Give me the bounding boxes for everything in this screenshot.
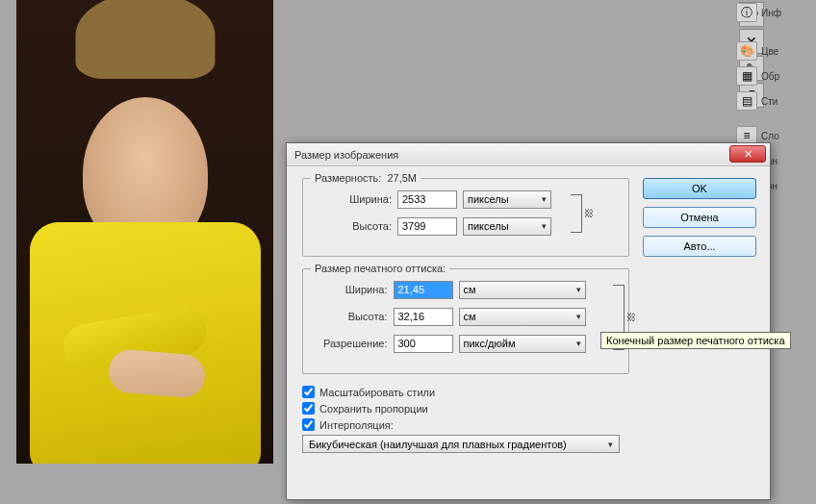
dialog-buttons: OK Отмена Авто... (643, 178, 756, 265)
info-panel-icon: ⓘ (736, 3, 757, 22)
image-size-dialog: Размер изображения ✕ Размерность: 27,5M … (286, 142, 771, 500)
resample-label: Интерполяция: (319, 419, 394, 431)
document-size-fieldset: Размер печатного оттиска: Ширина: см Выс… (302, 268, 629, 374)
pixel-height-unit[interactable]: пикселы (463, 217, 551, 236)
panel-label: Сло (761, 131, 779, 141)
panel-color[interactable]: 🎨 Цве (734, 38, 816, 63)
scale-styles-checkbox[interactable] (302, 386, 315, 398)
cancel-button[interactable]: Отмена (643, 207, 756, 228)
pixel-width-unit[interactable]: пикселы (463, 190, 551, 209)
resample-method-select[interactable]: Бикубическая (наилучшая для плавных град… (302, 435, 620, 453)
doc-width-unit[interactable]: см (459, 281, 587, 299)
resolution-label: Разрешение: (317, 338, 388, 349)
doc-width-row: Ширина: см (317, 279, 586, 300)
close-button[interactable]: ✕ (729, 145, 766, 163)
resample-row: Интерполяция: (302, 418, 754, 431)
panel-styles[interactable]: ▤ Сти (734, 88, 816, 113)
link-bracket (571, 194, 582, 233)
panel-label: Инф (761, 8, 781, 18)
panel-info[interactable]: ⓘ Инф (734, 0, 816, 25)
document-size-legend: Размер печатного оттиска: (311, 263, 449, 274)
photo-content (75, 0, 215, 79)
dialog-title: Размер изображения (294, 149, 398, 161)
panel-label: Цве (761, 46, 778, 57)
constrain-label: Сохранить пропорции (319, 403, 428, 415)
pixel-dimensions-legend: Размерность: 27,5M (311, 172, 421, 184)
resample-checkbox[interactable] (302, 418, 315, 431)
document-photo[interactable] (16, 0, 273, 464)
resolution-input[interactable] (394, 335, 453, 353)
pixel-height-input[interactable] (397, 217, 457, 236)
resolution-row: Разрешение: пикс/дюйм (317, 333, 586, 354)
chain-icon[interactable]: ⛓ (626, 312, 636, 322)
doc-height-row: Высота: см (317, 306, 586, 327)
scale-styles-label: Масштабировать стили (319, 387, 435, 398)
pixel-width-row: Ширина: пикселы (317, 189, 586, 210)
pixel-dimensions-fieldset: Размерность: 27,5M Ширина: пикселы Высот… (302, 178, 629, 257)
styles-panel-icon: ▤ (736, 91, 757, 111)
constrain-row: Сохранить пропорции (302, 402, 754, 415)
dialog-titlebar[interactable]: Размер изображения ✕ (287, 143, 770, 166)
tooltip: Конечный размер печатного оттиска (600, 332, 791, 349)
scale-styles-row: Масштабировать стили (302, 386, 754, 398)
constrain-checkbox[interactable] (302, 402, 315, 415)
width-label: Ширина: (317, 193, 392, 205)
pixel-width-input[interactable] (397, 190, 457, 209)
doc-height-unit[interactable]: см (459, 308, 587, 326)
height-label: Высота: (317, 220, 392, 232)
auto-button[interactable]: Авто... (643, 236, 756, 257)
ok-button[interactable]: OK (643, 178, 756, 199)
height-label: Высота: (317, 311, 388, 322)
panel-swatches[interactable]: ▦ Обр (734, 63, 816, 88)
pixel-height-row: Высота: пикселы (317, 215, 586, 237)
doc-width-input[interactable] (394, 281, 453, 299)
doc-height-input[interactable] (394, 308, 453, 326)
color-panel-icon: 🎨 (736, 41, 757, 61)
swatches-panel-icon: ▦ (736, 66, 757, 86)
panel-label: Обр (761, 71, 779, 82)
width-label: Ширина: (317, 284, 388, 295)
resolution-unit[interactable]: пикс/дюйм (459, 335, 587, 353)
panel-label: Сти (761, 96, 778, 107)
chain-icon[interactable]: ⛓ (584, 208, 594, 218)
